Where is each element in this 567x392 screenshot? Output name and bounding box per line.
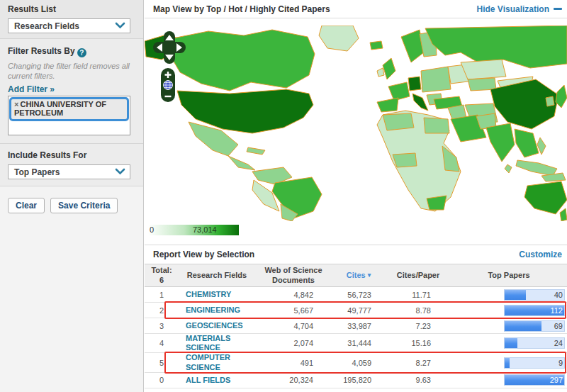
map-region[interactable] [524, 181, 567, 214]
top-papers-value: 297 [550, 376, 563, 384]
map-region[interactable] [228, 156, 255, 170]
top-papers-value: 112 [550, 306, 563, 315]
map-region[interactable] [424, 118, 449, 133]
customize-link[interactable]: Customize [519, 250, 562, 259]
globe-icon[interactable] [164, 81, 173, 90]
docs-value: 4,842 [255, 291, 332, 299]
table-row: 2 ENGINEERING 5,667 49,777 8.78 112 [145, 303, 567, 318]
table-body: 1 CHEMISTRY 4,842 56,723 11.71 40 2 ENGI… [145, 287, 567, 388]
top-papers-bar: 297 [504, 374, 565, 386]
column-header-docs: Web of Science Documents [255, 266, 332, 284]
column-header-cites[interactable]: Cites ▾ [332, 271, 386, 280]
results-list-section: Results List Research Fields [0, 0, 143, 39]
map-region[interactable] [442, 146, 459, 172]
report-view-title: Report View by Selection [153, 250, 254, 259]
map-region[interactable] [560, 208, 567, 221]
map-region[interactable] [412, 94, 428, 111]
map-region[interactable] [388, 82, 410, 101]
active-filter-label: CHINA UNIVERSITY OF PETROLEUM [14, 100, 106, 118]
map-region[interactable] [546, 96, 554, 106]
results-list-title: Results List [8, 4, 130, 14]
map-region[interactable] [505, 164, 512, 173]
map-region[interactable] [319, 26, 359, 51]
chevron-down-icon [115, 167, 125, 177]
top-papers-bar-fill [505, 358, 510, 368]
remove-filter-icon[interactable]: × [14, 100, 18, 108]
legend-max-value: 73,014 [193, 225, 217, 234]
cites-value: 195,820 [332, 376, 386, 384]
results-list-dropdown[interactable]: Research Fields [8, 18, 130, 33]
sidebar: Results List Research Fields Filter Resu… [0, 0, 144, 392]
choropleth-map [145, 26, 567, 221]
map-region[interactable] [427, 196, 447, 210]
results-list-dropdown-value: Research Fields [14, 21, 79, 31]
main-panel: Map View by Top / Hot / Highly Cited Pap… [145, 0, 567, 392]
cites-value: 33,987 [332, 322, 386, 330]
field-link[interactable]: CHEMISTRY [186, 290, 231, 299]
map-pan-control[interactable] [153, 31, 186, 66]
row-rank: 5 [145, 359, 179, 367]
row-rank: 1 [145, 291, 179, 299]
criteria-buttons-section: Clear Save Criteria [0, 186, 143, 392]
cites-per-paper-value: 8.27 [386, 359, 451, 367]
cites-value: 31,444 [332, 339, 386, 347]
map-region[interactable] [393, 153, 417, 167]
map-region[interactable] [377, 98, 398, 112]
docs-value: 20,324 [255, 376, 332, 384]
field-link[interactable]: COMPUTER SCIENCE [186, 353, 255, 371]
top-papers-bar-fill [505, 321, 541, 331]
top-papers-bar: 69 [504, 320, 565, 332]
docs-value: 5,667 [255, 306, 332, 315]
field-link[interactable]: MATERIALS SCIENCE [186, 334, 255, 352]
field-link[interactable]: ENGINEERING [186, 306, 240, 315]
total-count: 6 [159, 276, 164, 284]
include-results-dropdown[interactable]: Top Papers [8, 164, 130, 179]
cites-per-paper-value: 9.63 [386, 376, 451, 384]
help-icon[interactable]: ? [77, 48, 86, 57]
map-region[interactable] [377, 68, 384, 77]
table-header-row: Total: 6 Research Fields Web of Science … [145, 264, 567, 287]
active-filters-listbox[interactable]: ×CHINA UNIVERSITY OF PETROLEUM [8, 96, 130, 135]
hide-visualization-link[interactable]: Hide Visualization [477, 4, 562, 14]
map-region[interactable] [486, 123, 515, 162]
table-row: 3 GEOSCIENCES 4,704 33,987 7.23 69 [145, 318, 567, 334]
table-row: 5 COMPUTER SCIENCE 491 4,059 8.27 9 [145, 353, 567, 372]
map-region[interactable] [421, 67, 451, 92]
map-zoom-control[interactable] [161, 68, 175, 104]
map-region[interactable] [383, 58, 395, 79]
table-row: 1 CHEMISTRY 4,842 56,723 11.71 40 [145, 287, 567, 303]
world-map[interactable] [145, 26, 567, 221]
map-region[interactable] [166, 30, 315, 91]
map-region[interactable] [370, 41, 383, 50]
map-region[interactable] [247, 147, 265, 155]
add-filter-link[interactable]: Add Filter » [8, 84, 55, 94]
cites-value: 49,777 [332, 306, 386, 315]
map-region[interactable] [461, 60, 506, 79]
field-link[interactable]: ALL FIELDS [186, 376, 230, 385]
top-papers-bar-fill [505, 338, 517, 348]
map-region[interactable] [556, 85, 567, 108]
include-results-dropdown-value: Top Papers [14, 167, 60, 177]
row-rank: 3 [145, 322, 179, 330]
docs-value: 491 [255, 359, 332, 367]
map-region[interactable] [516, 160, 557, 176]
top-papers-value: 24 [554, 339, 563, 347]
map-region[interactable] [515, 129, 539, 157]
map-region[interactable] [272, 177, 322, 218]
cites-sort-label: Cites [347, 271, 366, 279]
cites-value: 4,059 [332, 359, 386, 367]
cites-per-paper-value: 11.71 [386, 291, 451, 299]
save-criteria-button[interactable]: Save Criteria [50, 198, 118, 213]
docs-value: 4,704 [255, 322, 332, 330]
top-papers-value: 9 [558, 359, 563, 367]
clear-button[interactable]: Clear [8, 198, 45, 213]
map-region[interactable] [383, 113, 414, 130]
map-view-title: Map View by Top / Hot / Highly Cited Pap… [153, 4, 330, 14]
top-papers-bar: 24 [504, 337, 565, 349]
filter-title-text: Filter Results By [8, 46, 75, 56]
cites-per-paper-value: 8.78 [386, 306, 451, 315]
filter-section: Filter Results By? Changing the filter f… [0, 39, 143, 143]
field-link[interactable]: GEOSCIENCES [186, 321, 243, 330]
active-filter-item[interactable]: ×CHINA UNIVERSITY OF PETROLEUM [9, 97, 129, 121]
map-region[interactable] [408, 77, 421, 91]
